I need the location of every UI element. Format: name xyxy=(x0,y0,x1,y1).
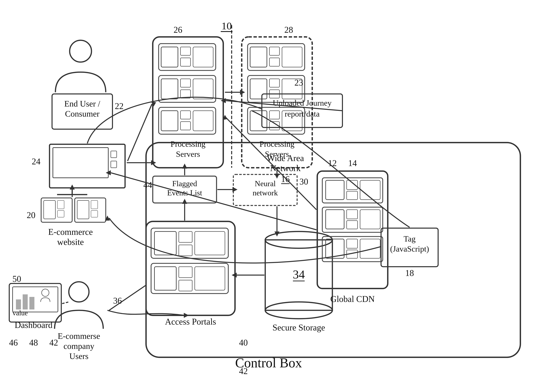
number-24: 24 xyxy=(32,157,40,166)
number-16: 16 xyxy=(281,174,290,184)
neural-network-label-1: Neural xyxy=(255,179,276,188)
access-portals-label: Access Portals xyxy=(165,317,216,326)
dashboard-value-text: value xyxy=(13,309,28,317)
main-diagram: Control Box Processing Servers 26 Proces… xyxy=(0,0,539,392)
ecommerce-company-label-2: company xyxy=(63,341,94,351)
number-10: 10 xyxy=(221,20,232,32)
dashboard-bar-1 xyxy=(16,299,21,309)
number-28: 28 xyxy=(284,25,293,35)
number-46: 46 xyxy=(9,338,18,347)
tag-javascript-label-2: (JavaScript) xyxy=(390,244,429,253)
number-22: 22 xyxy=(115,101,124,111)
number-42: 42 xyxy=(49,338,58,347)
diagram-container: Control Box Processing Servers 26 Proces… xyxy=(0,0,539,392)
number-26: 26 xyxy=(173,25,182,35)
number-23: 23 xyxy=(294,78,303,87)
ecommerce-company-label-3: Users xyxy=(69,351,88,361)
processing-servers-26-label-1: Processing xyxy=(171,140,206,148)
number-48: 48 xyxy=(29,338,38,347)
ecommerce-website-label-1: E-commerce xyxy=(48,227,93,237)
dashboard-bar-2 xyxy=(23,294,28,309)
dashboard-bar-3 xyxy=(29,297,34,309)
global-cdn-label: Global CDN xyxy=(330,294,375,304)
tag-javascript-label-1: Tag xyxy=(404,234,415,243)
wan-label-2: Network xyxy=(270,163,301,173)
uploaded-journey-label-2: report/data xyxy=(285,109,320,118)
secure-storage-label: Secure Storage xyxy=(272,323,325,332)
end-user-label-2: Consumer xyxy=(65,109,100,118)
processing-servers-26-label-2: Servers xyxy=(176,150,200,159)
flagged-events-label-1: Flagged xyxy=(172,179,197,188)
processing-servers-28-label-1: Processing xyxy=(260,140,294,148)
number-50: 50 xyxy=(12,274,21,284)
end-user-label-1: End User / xyxy=(64,99,100,108)
wan-label-1: Wide Area xyxy=(267,153,304,163)
number-34: 34 xyxy=(293,268,305,281)
uploaded-journey-label-1: Uploaded Journey xyxy=(273,99,332,107)
number-30: 30 xyxy=(299,177,308,186)
number-44: 44 xyxy=(143,180,152,190)
number-18: 18 xyxy=(405,268,414,278)
number-20: 20 xyxy=(27,210,35,220)
ecommerce-website-label-2: website xyxy=(57,237,84,247)
number-42-box: 42 xyxy=(239,366,248,376)
number-40: 40 xyxy=(239,338,248,347)
neural-network-label-2: network xyxy=(253,189,278,197)
ecommerce-company-label-1: E-commerse xyxy=(58,331,100,341)
dashboard-label: Dashboard xyxy=(14,320,52,330)
number-14: 14 xyxy=(348,158,357,168)
